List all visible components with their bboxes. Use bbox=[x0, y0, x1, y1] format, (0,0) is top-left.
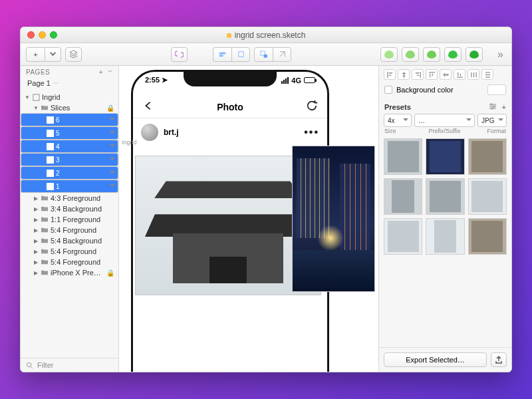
battery-icon bbox=[304, 77, 315, 83]
export-selected-button[interactable]: Export Selected… bbox=[384, 352, 487, 367]
align-right-button[interactable] bbox=[412, 69, 424, 80]
align-tool-1[interactable] bbox=[213, 47, 231, 62]
align-tool-2[interactable] bbox=[231, 47, 250, 62]
thumb[interactable] bbox=[384, 218, 422, 255]
edit-tool-1[interactable] bbox=[254, 47, 273, 62]
slice-row[interactable]: 3 bbox=[21, 153, 118, 166]
folder-row[interactable]: ▶1:1 Foreground bbox=[21, 214, 118, 225]
preview-2[interactable] bbox=[402, 47, 419, 62]
bg-color-checkbox[interactable] bbox=[384, 86, 392, 94]
svg-point-4 bbox=[264, 55, 268, 59]
svg-rect-2 bbox=[238, 52, 243, 57]
export-thumbnails bbox=[379, 137, 511, 347]
size-col-label: Size bbox=[384, 128, 414, 134]
align-controls bbox=[379, 66, 511, 82]
slice-row[interactable]: 6 bbox=[21, 113, 118, 126]
signal-icon bbox=[281, 77, 289, 84]
close-window-button[interactable] bbox=[27, 31, 35, 39]
align-vcenter-button[interactable] bbox=[440, 69, 452, 80]
insert-menu-button[interactable] bbox=[45, 47, 61, 62]
slice-row[interactable]: 5 bbox=[21, 126, 118, 140]
lock-icon[interactable]: 🔒 bbox=[106, 104, 114, 112]
svg-point-7 bbox=[490, 104, 492, 106]
thumb[interactable] bbox=[384, 178, 422, 215]
svg-rect-1 bbox=[219, 55, 223, 57]
toolbar-overflow-icon[interactable]: » bbox=[495, 49, 506, 61]
folder-row[interactable]: ▶5:4 Forground bbox=[21, 246, 118, 257]
bg-color-swatch[interactable] bbox=[487, 84, 506, 95]
avatar[interactable] bbox=[141, 124, 158, 141]
more-icon[interactable]: ••• bbox=[304, 126, 319, 138]
presets-settings-icon[interactable] bbox=[489, 103, 497, 111]
preview-4[interactable] bbox=[444, 47, 462, 62]
align-left-button[interactable] bbox=[384, 69, 396, 80]
canvas[interactable]: 2:55 ➤ 4G Photo brt.j ••• bbox=[119, 66, 378, 372]
layers-list: ▼Ingrid ▼Slices🔒 654321 ▶4:3 Foreground▶… bbox=[21, 90, 118, 358]
align-top-button[interactable] bbox=[426, 69, 438, 80]
size-select[interactable]: 4x bbox=[384, 114, 412, 127]
presets-label: Presets bbox=[384, 103, 411, 111]
add-page-icon[interactable]: + bbox=[99, 68, 103, 76]
folder-row[interactable]: ▶3:4 Background bbox=[21, 203, 118, 214]
slice-row[interactable]: 4 bbox=[21, 140, 118, 153]
location-icon: ➤ bbox=[162, 76, 168, 84]
prefix-select[interactable]: … bbox=[414, 114, 475, 127]
svg-rect-0 bbox=[219, 53, 225, 55]
distribute-v-button[interactable] bbox=[481, 69, 493, 80]
minimize-window-button[interactable] bbox=[39, 31, 46, 39]
insert-button[interactable]: + bbox=[26, 47, 45, 62]
page-item[interactable]: Page 1 ﹀ bbox=[21, 77, 118, 90]
thumb[interactable] bbox=[468, 218, 507, 255]
slice-row[interactable]: 2 bbox=[21, 166, 118, 180]
slice-row[interactable]: 1 bbox=[21, 180, 118, 193]
thumb[interactable] bbox=[426, 138, 464, 175]
toolbar: + » bbox=[21, 43, 511, 66]
edit-tool-2[interactable] bbox=[273, 47, 291, 62]
window-title: ingrid screen.sketch bbox=[21, 31, 511, 40]
bg-color-label: Background color bbox=[396, 86, 454, 94]
thumb[interactable] bbox=[384, 138, 422, 175]
thumb[interactable] bbox=[468, 138, 507, 175]
folder-row[interactable]: ▶4:3 Foreground bbox=[21, 193, 118, 203]
status-bar: 2:55 ➤ 4G bbox=[133, 76, 327, 84]
post-header: brt.j ••• bbox=[133, 120, 327, 145]
thumb[interactable] bbox=[426, 218, 464, 255]
back-icon[interactable] bbox=[142, 100, 154, 114]
nav-title: Photo bbox=[217, 102, 243, 112]
preview-1[interactable] bbox=[380, 47, 398, 62]
lock-icon[interactable]: 🔒 bbox=[106, 269, 114, 277]
username[interactable]: brt.j bbox=[164, 128, 179, 137]
iphone-group-row[interactable]: ▶iPhone X Pre…🔒 bbox=[21, 267, 118, 278]
filter-placeholder: Filter bbox=[37, 361, 53, 369]
add-preset-icon[interactable]: + bbox=[502, 103, 506, 111]
thumb[interactable] bbox=[426, 178, 464, 215]
share-button[interactable] bbox=[491, 352, 507, 367]
format-select[interactable]: JPG bbox=[477, 114, 507, 127]
pages-menu-icon[interactable] bbox=[107, 68, 113, 76]
align-bottom-button[interactable] bbox=[454, 69, 466, 80]
align-hcenter-button[interactable] bbox=[398, 69, 410, 80]
filter-row[interactable]: Filter bbox=[21, 358, 118, 372]
folder-row[interactable]: ▶5:4 Foreground bbox=[21, 257, 118, 267]
group-button[interactable] bbox=[171, 47, 188, 62]
svg-point-6 bbox=[27, 362, 31, 366]
svg-point-9 bbox=[491, 108, 493, 110]
distribute-h-button[interactable] bbox=[467, 69, 479, 80]
folder-row[interactable]: ▶5:4 Background bbox=[21, 235, 118, 246]
refresh-icon[interactable] bbox=[306, 100, 318, 114]
app-window: ingrid screen.sketch + » PAGES bbox=[20, 27, 512, 372]
artboard-row[interactable]: ▼Ingrid bbox=[21, 92, 118, 102]
layers-toggle-button[interactable] bbox=[65, 47, 82, 62]
preview-5[interactable] bbox=[466, 47, 483, 62]
nav-bar: Photo bbox=[133, 96, 327, 118]
inspector-panel: Background color Presets + 4x … JPG Size… bbox=[378, 66, 511, 372]
thumb[interactable] bbox=[468, 178, 507, 215]
folder-row[interactable]: ▶5:4 Forground bbox=[21, 225, 118, 235]
slices-group-row[interactable]: ▼Slices🔒 bbox=[21, 102, 118, 113]
svg-rect-5 bbox=[33, 94, 39, 100]
preview-3[interactable] bbox=[423, 47, 440, 62]
svg-point-8 bbox=[493, 106, 495, 108]
slice-image-city[interactable] bbox=[292, 146, 375, 292]
pages-label: PAGES bbox=[26, 68, 50, 76]
zoom-window-button[interactable] bbox=[50, 31, 57, 39]
